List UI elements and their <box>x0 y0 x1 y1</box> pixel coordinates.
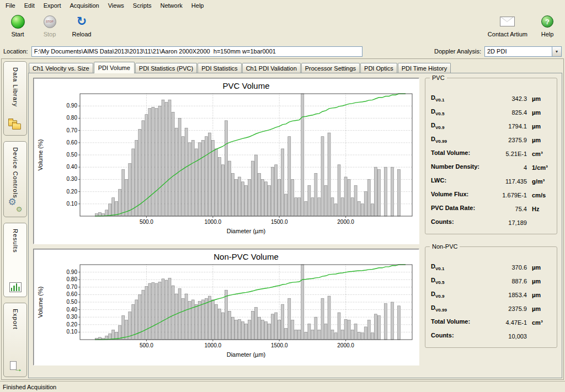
stat-value: 2375.9 <box>492 137 527 143</box>
sidebar-item-device-controls[interactable]: Device Controls ⚙⚙ <box>3 141 27 218</box>
tab-pdi-volume[interactable]: PDI Volume <box>94 62 135 73</box>
sidebar: Data Library Device Controls ⚙⚙ Results … <box>3 60 28 378</box>
help-button[interactable]: ? Help <box>535 13 559 37</box>
menu-item-acquisition[interactable]: Acquisition <box>66 1 104 10</box>
menu-item-edit[interactable]: Edit <box>20 1 39 10</box>
gears-icon: ⚙⚙ <box>8 198 23 212</box>
tab-pdi-time-history[interactable]: PDI Time History <box>398 63 451 73</box>
reload-button[interactable]: ↻ Reload <box>70 13 94 37</box>
stat-value: 75.4 <box>492 206 527 212</box>
tab-pdi-optics[interactable]: PDI Optics <box>360 63 397 73</box>
stat-row-dv09: DV0.9 1794.1 µm <box>431 119 552 133</box>
stat-value: 17,189 <box>492 219 527 226</box>
reload-icon-area: ↻ <box>77 13 87 30</box>
non-pvc-volume-chart-frame: 0.100.200.300.400.500.600.700.800.90500.… <box>33 249 419 366</box>
non-pvc-volume-chart: 0.100.200.300.400.500.600.700.800.90500.… <box>35 250 417 363</box>
stat-value: 825.4 <box>492 109 527 116</box>
svg-text:0.50: 0.50 <box>67 152 78 158</box>
sidebar-item-results[interactable]: Results <box>3 223 27 297</box>
tab-ch1-pdi-validation[interactable]: Ch1 PDI Validation <box>242 63 301 73</box>
stat-value: 1794.1 <box>492 123 527 130</box>
stat-label-main: Total Volume: <box>431 149 470 156</box>
stat-row-lwc: LWC: 117.435 g/m³ <box>431 174 552 188</box>
menu-item-scripts[interactable]: Scripts <box>129 1 156 10</box>
svg-text:0.60: 0.60 <box>67 291 78 297</box>
contact-artium-button[interactable]: Contact Artium <box>488 13 527 37</box>
sidebar-item-export[interactable]: Export → <box>3 303 27 377</box>
svg-text:Non-PVC Volume: Non-PVC Volume <box>214 252 279 261</box>
stat-label: DV0.5 <box>431 277 492 285</box>
svg-text:0.50: 0.50 <box>67 299 78 305</box>
stat-unit: cm³ <box>527 151 552 157</box>
stat-label: Counts: <box>431 332 492 340</box>
stat-unit: g/m³ <box>527 178 552 185</box>
stat-value: 1853.4 <box>492 292 527 298</box>
sidebar-item-label: Results <box>12 229 19 253</box>
svg-text:2000.0: 2000.0 <box>337 219 354 225</box>
sidebar-item-data-library[interactable]: Data Library <box>3 61 27 136</box>
stat-label-main: Total Volume: <box>431 318 470 325</box>
tab-pdi-statistics-pvc[interactable]: PDI Statistics (PVC) <box>135 63 197 73</box>
stat-label-sub: V0.1 <box>435 266 444 271</box>
menu-item-help[interactable]: Help <box>187 1 209 10</box>
menu-item-export[interactable]: Export <box>39 1 66 10</box>
stat-value: 2375.9 <box>492 305 527 312</box>
sidebar-item-label: Device Controls <box>12 147 19 198</box>
stat-unit: µm <box>527 305 552 312</box>
menu-item-network[interactable]: Network <box>156 1 186 10</box>
svg-text:0.70: 0.70 <box>67 127 78 133</box>
svg-text:0.30: 0.30 <box>67 176 78 182</box>
stat-row-dv099: DV0.99 2375.9 µm <box>431 302 552 315</box>
stat-label-main: D <box>431 136 435 142</box>
help-icon: ? <box>541 15 553 28</box>
svg-text:Diameter (µm): Diameter (µm) <box>227 351 266 358</box>
doppler-analysis-select[interactable]: 2D PDI ▼ <box>484 46 562 57</box>
doppler-analysis-label: Doppler Analysis: <box>434 48 481 55</box>
stat-unit: cm/s <box>527 192 552 198</box>
tab-ch1-velocity-vs-size[interactable]: Ch1 Velocity vs. Size <box>29 63 93 73</box>
svg-text:1500.0: 1500.0 <box>271 342 288 348</box>
pvc-group-label: PVC <box>430 74 447 81</box>
stop-button[interactable]: STOP Stop <box>38 13 62 37</box>
stat-label-sub: V0.1 <box>435 98 444 103</box>
stat-unit: µm <box>527 264 552 271</box>
stat-label-main: D <box>431 263 435 270</box>
location-input[interactable] <box>31 46 363 57</box>
stat-unit: µm <box>527 137 552 143</box>
stat-row-total-volume: Total Volume: 5.21E-1 cm³ <box>431 147 552 160</box>
tab-processor-settings[interactable]: Processor Settings <box>301 63 360 73</box>
stat-value: 10,003 <box>492 333 527 340</box>
svg-text:0.70: 0.70 <box>67 284 78 290</box>
start-button[interactable]: Start <box>6 13 30 37</box>
stat-row-dv05: DV0.5 825.4 µm <box>431 105 552 119</box>
stat-row-total-volume: Total Volume: 4.47E-1 cm³ <box>431 315 552 329</box>
reload-button-label: Reload <box>72 31 92 37</box>
stat-unit: µm <box>527 123 552 130</box>
doppler-analysis-value: 2D PDI <box>485 48 552 55</box>
stat-label: PVC Data Rate: <box>431 205 492 213</box>
stat-label: Counts: <box>431 218 492 227</box>
stat-label-sub: V0.9 <box>435 125 444 130</box>
stat-unit: Hz <box>527 206 552 212</box>
tab-pdi-statistics[interactable]: PDI Statistics <box>198 63 241 73</box>
stat-value: 370.6 <box>492 264 527 271</box>
tabstrip: Ch1 Velocity vs. Size PDI Volume PDI Sta… <box>28 60 562 73</box>
main-area: Data Library Device Controls ⚙⚙ Results … <box>1 58 564 380</box>
svg-text:1000.0: 1000.0 <box>205 342 222 348</box>
stat-label: DV0.99 <box>431 136 492 144</box>
menubar: File Edit Export Acquisition Views Scrip… <box>0 0 565 11</box>
stat-row-dv099: DV0.99 2375.9 µm <box>431 133 552 147</box>
stat-label: DV0.9 <box>431 291 492 299</box>
export-arrow-icon: → <box>9 361 22 372</box>
menu-item-views[interactable]: Views <box>104 1 129 10</box>
statusbar: Finished Acquisition <box>0 381 565 392</box>
envelope-icon <box>500 17 515 26</box>
menu-item-file[interactable]: File <box>1 1 20 10</box>
stat-label: DV0.99 <box>431 304 492 313</box>
stat-unit: µm <box>527 95 552 102</box>
stat-row-dv05: DV0.5 887.6 µm <box>431 274 552 288</box>
pvc-volume-chart-frame: 0.100.200.300.400.500.600.700.800.90500.… <box>33 78 419 244</box>
svg-text:1000.0: 1000.0 <box>205 219 222 225</box>
chevron-down-icon[interactable]: ▼ <box>552 47 561 56</box>
stat-value: 117.435 <box>492 178 527 185</box>
